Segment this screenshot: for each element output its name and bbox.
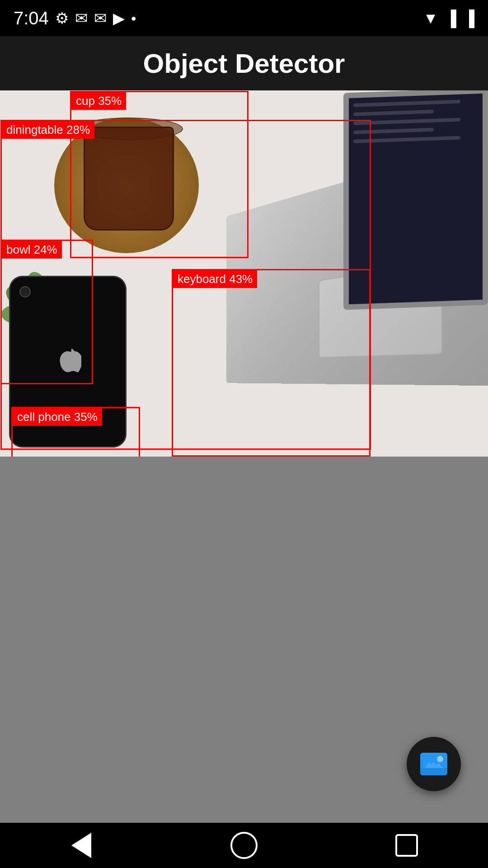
status-time: 7:04: [14, 8, 49, 28]
screen-line2: [353, 110, 434, 116]
screen-line1: [353, 100, 460, 107]
fab-icon-svg: [420, 753, 447, 775]
recent-icon: [395, 834, 418, 857]
gray-area: [0, 457, 488, 832]
play-icon: ▶: [113, 9, 125, 27]
detection-label-diningtable: diningtable 28%: [2, 121, 94, 139]
app-title: Object Detector: [143, 48, 345, 79]
settings-icon: ⚙: [55, 9, 69, 27]
image-area: // We'll generate keys with inline scrip…: [0, 90, 488, 457]
fab-button[interactable]: [407, 737, 461, 791]
nav-back-button[interactable]: [63, 827, 99, 863]
status-right: ▼ ▐ ▐: [423, 9, 474, 27]
detection-box-bowl: bowl 24%: [0, 240, 93, 384]
detection-label-keyboard: keyboard 43%: [173, 270, 257, 288]
detection-box-cellphone: cell phone 35%: [11, 407, 140, 457]
detection-label-cellphone: cell phone 35%: [13, 408, 102, 426]
battery-icon: ▐: [464, 9, 474, 27]
back-icon: [71, 833, 91, 858]
nav-recent-button[interactable]: [389, 827, 425, 863]
status-left: 7:04 ⚙ ✉ ✉ ▶ ●: [14, 8, 136, 28]
svg-point-1: [437, 756, 443, 762]
detection-label-bowl: bowl 24%: [2, 241, 62, 259]
nav-home-button[interactable]: [226, 827, 262, 863]
home-icon: [230, 832, 258, 859]
app-header: Object Detector: [0, 36, 488, 90]
svg-rect-0: [420, 753, 447, 775]
dot-icon: ●: [131, 13, 136, 24]
detection-label-cup: cup 35%: [71, 92, 126, 110]
gmail-icon: ✉: [75, 9, 88, 27]
detection-box-keyboard: keyboard 43%: [172, 269, 371, 457]
image-select-icon: [420, 753, 447, 775]
status-bar: 7:04 ⚙ ✉ ✉ ▶ ● ▼ ▐ ▐: [0, 0, 488, 36]
gmail2-icon: ✉: [94, 9, 107, 27]
signal-icon: ▐: [446, 9, 456, 27]
bottom-nav: [0, 823, 488, 868]
wifi-icon: ▼: [423, 9, 438, 27]
